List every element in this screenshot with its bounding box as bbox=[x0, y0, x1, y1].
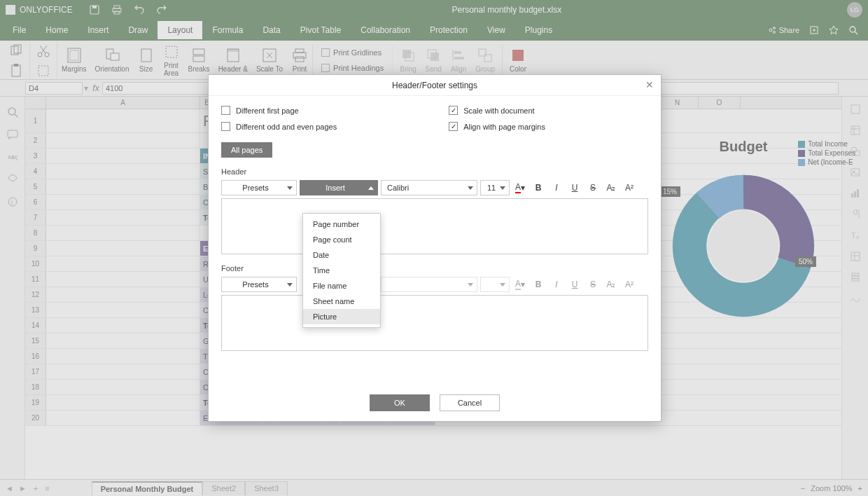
insert-menu-item[interactable]: Sheet name bbox=[303, 294, 380, 309]
header-bold-button[interactable]: B bbox=[531, 180, 546, 195]
header-insert-dropdown[interactable]: Insert bbox=[300, 180, 378, 195]
header-section-label: Header bbox=[221, 167, 648, 176]
insert-menu-item[interactable]: Date bbox=[303, 247, 380, 263]
ok-button[interactable]: OK bbox=[370, 394, 430, 411]
footer-underline-button[interactable]: U bbox=[567, 277, 582, 292]
align-with-margins-checkbox[interactable]: Align with page margins bbox=[449, 122, 545, 131]
different-odd-even-checkbox[interactable]: Different odd and even pages bbox=[221, 122, 337, 131]
insert-menu-item[interactable]: Page number bbox=[303, 216, 380, 232]
insert-menu-item[interactable]: Page count bbox=[303, 232, 380, 247]
footer-subscript-button[interactable]: A₂ bbox=[603, 277, 619, 292]
footer-strike-button[interactable]: S bbox=[585, 277, 601, 292]
header-font-dropdown[interactable]: Calibri bbox=[381, 180, 477, 195]
different-first-page-checkbox[interactable]: Different first page bbox=[221, 106, 337, 115]
footer-fontsize-dropdown[interactable] bbox=[480, 277, 510, 292]
insert-menu-item[interactable]: Time bbox=[303, 263, 380, 278]
header-subscript-button[interactable]: A₂ bbox=[603, 180, 619, 195]
header-superscript-button[interactable]: A² bbox=[622, 180, 637, 195]
header-editor[interactable] bbox=[221, 198, 648, 254]
footer-italic-button[interactable]: I bbox=[549, 277, 564, 292]
insert-dropdown-menu: Page numberPage countDateTimeFile nameSh… bbox=[302, 213, 381, 328]
dialog-title: Header/Footer settings ✕ bbox=[209, 75, 661, 96]
header-italic-button[interactable]: I bbox=[549, 180, 564, 195]
insert-menu-item[interactable]: Picture bbox=[303, 309, 380, 324]
header-underline-button[interactable]: U bbox=[567, 180, 582, 195]
header-fontsize-dropdown[interactable]: 11 bbox=[480, 180, 510, 195]
header-presets-dropdown[interactable]: Presets bbox=[221, 180, 297, 195]
dialog-close-button[interactable]: ✕ bbox=[645, 79, 654, 90]
footer-bold-button[interactable]: B bbox=[531, 277, 546, 292]
cancel-button[interactable]: Cancel bbox=[440, 394, 500, 411]
footer-section-label: Footer bbox=[221, 264, 648, 273]
footer-editor[interactable] bbox=[221, 295, 648, 351]
header-footer-dialog: Header/Footer settings ✕ Different first… bbox=[208, 74, 662, 422]
footer-superscript-button[interactable]: A² bbox=[622, 277, 637, 292]
footer-font-dropdown[interactable] bbox=[381, 277, 477, 292]
footer-fontcolor-button[interactable]: A▾ bbox=[512, 277, 528, 292]
header-strike-button[interactable]: S bbox=[585, 180, 601, 195]
footer-presets-dropdown[interactable]: Presets bbox=[221, 277, 297, 292]
scale-with-document-checkbox[interactable]: Scale with document bbox=[449, 106, 545, 115]
insert-menu-item[interactable]: File name bbox=[303, 278, 380, 294]
header-fontcolor-button[interactable]: A▾ bbox=[512, 180, 528, 195]
tab-all-pages[interactable]: All pages bbox=[221, 142, 272, 158]
